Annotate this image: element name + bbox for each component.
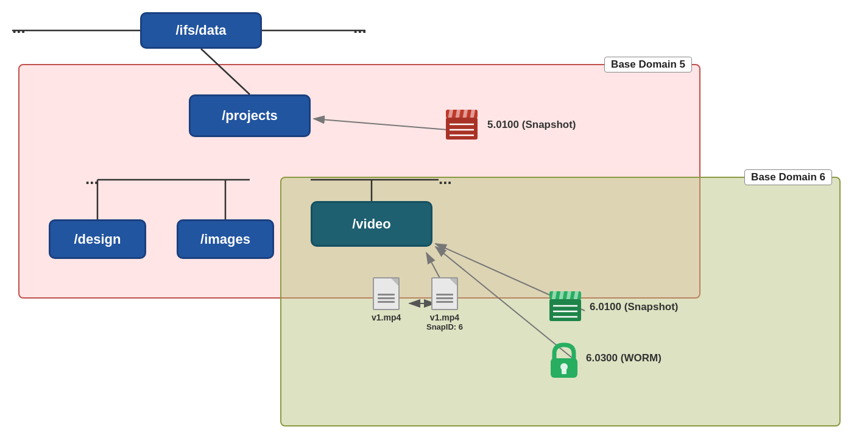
projects-node-label: /projects [222,108,278,124]
video-node: /video [311,201,432,247]
file-v1-original: v1.mp4 [372,277,401,322]
file-v1-snap-label: v1.mp4 [430,313,459,322]
design-node: /design [49,219,146,259]
worm-label: 6.0300 (WORM) [586,352,662,364]
domain-5-label: Base Domain 5 [604,57,692,73]
snapshot-6-snap-label: 6.0100 (Snapshot) [590,301,679,313]
snapshot-6-snap-icon [548,291,582,323]
dots-right: ... [353,18,367,37]
projects-dots-left: ... [85,169,99,188]
snapshot-5-label: 5.0100 (Snapshot) [487,119,576,131]
projects-dots-right: ... [439,169,452,188]
images-node: /images [177,219,274,259]
svg-rect-30 [549,299,581,321]
images-node-label: /images [200,232,250,247]
svg-rect-21 [446,118,478,140]
file-v1-snap: v1.mp4 SnapID: 6 [426,277,463,331]
root-node: /ifs/data [140,12,262,49]
diagram-container: Base Domain 5 Base Domain 6 [0,0,868,446]
root-node-label: /ifs/data [175,23,226,38]
projects-node: /projects [189,94,311,137]
dots-left: ... [12,18,26,37]
file-v1-snap-id: SnapID: 6 [426,322,463,331]
design-node-label: /design [74,232,121,247]
snapshot-5-icon [445,110,479,141]
svg-rect-36 [562,369,566,374]
file-v1-label: v1.mp4 [372,313,401,322]
worm-lock-icon [548,342,580,381]
domain-6-label: Base Domain 6 [744,169,832,185]
video-node-label: /video [352,216,391,232]
